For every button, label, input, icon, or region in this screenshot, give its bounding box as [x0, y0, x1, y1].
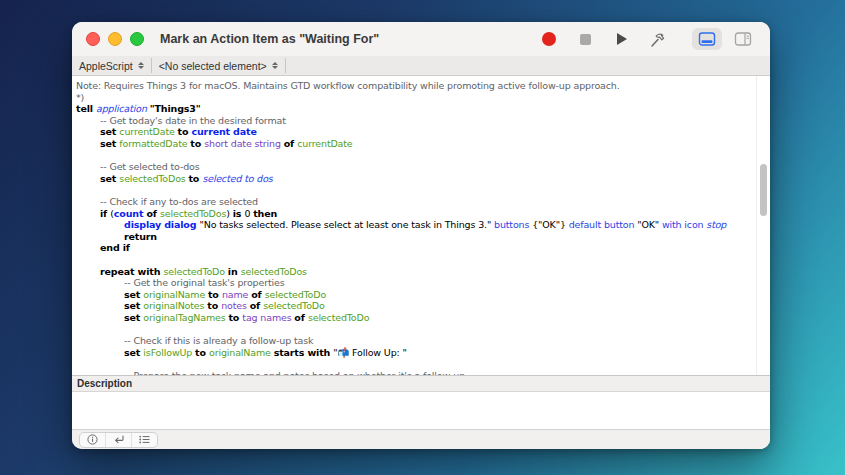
record-button[interactable] [538, 28, 560, 50]
element-popup[interactable]: <No selected element> [152, 56, 285, 75]
description-content[interactable] [72, 392, 770, 429]
close-button[interactable] [86, 32, 100, 46]
code-line [76, 254, 770, 266]
stop-button[interactable] [574, 28, 596, 50]
code-line [76, 184, 770, 196]
list-icon [138, 434, 151, 445]
show-right-panel-icon [734, 31, 752, 47]
code-line: Note: Requires Things 3 for macOS. Maint… [76, 80, 770, 92]
info-circle-icon [87, 434, 98, 445]
show-bottom-panel-icon [698, 31, 716, 47]
scrollbar-thumb[interactable] [760, 164, 767, 216]
compile-hammer-icon [648, 30, 667, 49]
accessory-tab-header: Description [72, 375, 770, 392]
code-line: -- Prepare the new task name and notes b… [76, 370, 770, 375]
code-line: set originalName to name of selectedToDo [76, 289, 770, 301]
code-line: return [76, 231, 770, 243]
code-line: display dialog "No tasks selected. Pleas… [76, 219, 770, 231]
code-line: -- Check if this is already a follow-up … [76, 335, 770, 347]
record-icon [542, 32, 556, 46]
window-title: Mark an Action Item as "Waiting For" [160, 32, 379, 46]
code-line: -- Get the original task's properties [76, 277, 770, 289]
run-icon [617, 33, 627, 45]
code-line: tell application "Things3" [76, 103, 770, 115]
show-bottom-panel-button[interactable] [692, 28, 722, 50]
code-line [76, 358, 770, 370]
accessory-segment-control [79, 432, 158, 448]
code-line [76, 323, 770, 335]
script-editor-pane[interactable]: Note: Requires Things 3 for macOS. Maint… [72, 76, 770, 375]
code-line: -- Get today's date in the desired forma… [76, 115, 770, 127]
window-titlebar[interactable]: Mark an Action Item as "Waiting For" [72, 22, 770, 56]
code-line: set originalTagNames to tag names of sel… [76, 312, 770, 324]
code-line: set formattedDate to short date string o… [76, 138, 770, 150]
code-line: set selectedToDos to selected to dos [76, 173, 770, 185]
code-line [76, 150, 770, 162]
code-line: if (count of selectedToDos) is 0 then [76, 208, 770, 220]
language-popup-label: AppleScript [79, 60, 133, 72]
code-line: -- Get selected to-dos [76, 161, 770, 173]
zoom-button[interactable] [130, 32, 144, 46]
code-line: repeat with selectedToDo in selectedToDo… [76, 266, 770, 278]
result-tab-button[interactable] [105, 433, 131, 447]
traffic-lights [86, 32, 144, 46]
code-editor[interactable]: Note: Requires Things 3 for macOS. Maint… [72, 76, 770, 375]
stop-icon [580, 34, 591, 45]
navbar-divider [285, 58, 286, 73]
run-button[interactable] [610, 28, 632, 50]
minimize-button[interactable] [108, 32, 122, 46]
compile-button[interactable] [646, 28, 668, 50]
language-popup[interactable]: AppleScript [72, 56, 151, 75]
navigation-bar: AppleScript <No selected element> [72, 56, 770, 76]
accessory-tab-label: Description [77, 378, 132, 389]
vertical-scrollbar[interactable] [756, 76, 770, 375]
code-line: set isFollowUp to originalName starts wi… [76, 347, 770, 359]
view-toggle-group [692, 28, 758, 50]
code-line: -- Check if any to-dos are selected [76, 196, 770, 208]
code-line: set currentDate to current date [76, 126, 770, 138]
code-line: *) [76, 92, 770, 104]
element-popup-label: <No selected element> [159, 60, 267, 72]
code-line: set originalNotes to notes of selectedTo… [76, 300, 770, 312]
popup-stepper-icon [272, 62, 278, 69]
accessory-bottom-bar [72, 429, 770, 449]
toolbar [538, 22, 758, 56]
description-tab-button[interactable] [80, 433, 105, 447]
show-right-panel-button[interactable] [728, 28, 758, 50]
return-arrow-icon [113, 434, 125, 445]
code-line: end if [76, 242, 770, 254]
log-tab-button[interactable] [131, 433, 157, 447]
popup-stepper-icon [138, 62, 144, 69]
script-editor-window: Mark an Action Item as "Waiting For" [72, 22, 770, 449]
